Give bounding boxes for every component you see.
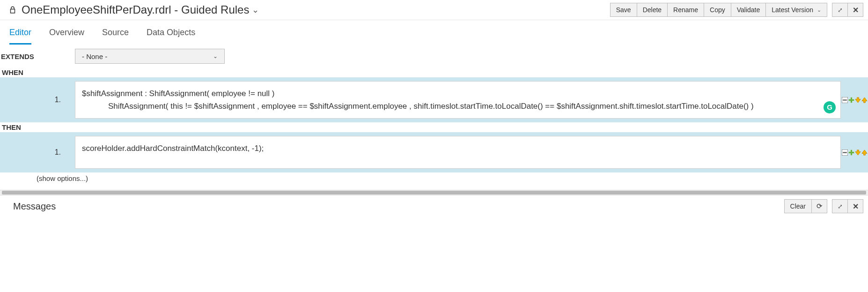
copy-label: Copy <box>710 6 725 14</box>
expand-messages-button[interactable]: ⤢ <box>832 199 848 213</box>
validate-button[interactable]: Validate <box>731 3 766 17</box>
tabs: Editor Overview Source Data Objects <box>0 20 868 45</box>
show-options-link[interactable]: (show options...) <box>0 172 868 189</box>
rename-button[interactable]: Rename <box>667 3 704 17</box>
expand-button[interactable]: ⤢ <box>832 3 848 17</box>
delete-label: Delete <box>643 6 662 14</box>
extends-value: - None - <box>82 52 107 60</box>
extends-row: EXTENDS - None - ⌄ <box>0 45 868 67</box>
chevron-down-icon: ⌄ <box>252 5 259 15</box>
action-line: scoreHolder.addHardConstraintMatch(kcont… <box>82 142 834 155</box>
svg-rect-15 <box>848 152 853 153</box>
scroll-thumb[interactable] <box>2 191 866 195</box>
version-label: Latest Version <box>772 6 813 14</box>
tab-overview[interactable]: Overview <box>49 25 84 45</box>
close-icon: ✕ <box>853 202 859 211</box>
move-down-icon[interactable] <box>855 150 861 156</box>
action-number: 1. <box>0 132 75 172</box>
messages-actions: Clear ⟳ ⤢ ✕ <box>784 199 863 213</box>
tab-label: Source <box>102 28 129 37</box>
when-label: WHEN <box>1 68 23 76</box>
move-up-icon[interactable] <box>861 150 868 156</box>
clear-label: Clear <box>790 202 806 210</box>
expand-icon: ⤢ <box>838 7 843 14</box>
tab-label: Overview <box>49 28 84 37</box>
close-button[interactable]: ✕ <box>847 3 863 17</box>
close-messages-button[interactable]: ✕ <box>847 199 863 213</box>
copy-button[interactable]: Copy <box>704 3 731 17</box>
delete-button[interactable]: Delete <box>637 3 668 17</box>
remove-icon[interactable] <box>842 150 848 156</box>
horizontal-scrollbar[interactable] <box>0 190 868 195</box>
extends-label: EXTENDS <box>0 52 75 60</box>
validate-label: Validate <box>737 6 760 14</box>
title-text: OneEmployeeShiftPerDay.rdrl - Guided Rul… <box>22 3 249 16</box>
rename-label: Rename <box>673 6 698 14</box>
close-icon: ✕ <box>853 6 859 15</box>
tab-editor[interactable]: Editor <box>9 25 31 45</box>
condition-line: $shiftAssignment : ShiftAssignment( empl… <box>82 87 834 100</box>
extends-select[interactable]: - None - ⌄ <box>75 49 225 64</box>
version-dropdown[interactable]: Latest Version ⌄ <box>765 3 827 17</box>
then-action-row: 1. scoreHolder.addHardConstraintMatch(kc… <box>0 132 868 172</box>
save-button[interactable]: Save <box>610 3 637 17</box>
remove-icon[interactable] <box>842 97 848 103</box>
spacer <box>827 199 832 213</box>
then-header: THEN <box>0 122 868 132</box>
condition-number: 1. <box>0 77 75 122</box>
action-content[interactable]: scoreHolder.addHardConstraintMatch(kcont… <box>75 136 841 169</box>
then-label: THEN <box>1 123 21 131</box>
when-condition-row: 1. $shiftAssignment : ShiftAssignment( e… <box>0 77 868 122</box>
show-options-text: (show options...) <box>37 174 88 182</box>
when-header: WHEN <box>0 67 868 77</box>
condition-actions <box>841 77 868 122</box>
refresh-messages-button[interactable]: ⟳ <box>811 199 827 213</box>
chevron-down-icon: ⌄ <box>817 7 821 13</box>
messages-title: Messages <box>13 201 56 212</box>
condition-text: ShiftAssignment( this != $shiftAssignmen… <box>108 102 754 111</box>
svg-rect-5 <box>843 99 847 100</box>
page-title[interactable]: OneEmployeeShiftPerDay.rdrl - Guided Rul… <box>22 3 259 16</box>
expand-icon: ⤢ <box>838 203 843 210</box>
rule-editor: EXTENDS - None - ⌄ WHEN 1. $shiftAssignm… <box>0 45 868 189</box>
move-down-icon[interactable] <box>855 97 861 103</box>
editor-header: OneEmployeeShiftPerDay.rdrl - Guided Rul… <box>0 0 868 20</box>
grammarly-icon[interactable]: G <box>824 101 836 113</box>
lock-icon <box>8 5 17 15</box>
svg-rect-13 <box>843 152 847 153</box>
tab-label: Data Objects <box>147 28 195 37</box>
condition-line: ShiftAssignment( this != $shiftAssignmen… <box>82 100 834 112</box>
save-label: Save <box>616 6 631 14</box>
refresh-icon: ⟳ <box>817 202 823 210</box>
svg-rect-7 <box>848 99 853 101</box>
clear-messages-button[interactable]: Clear <box>784 199 812 213</box>
add-below-icon[interactable] <box>848 97 854 103</box>
chevron-down-icon: ⌄ <box>213 53 218 60</box>
add-below-icon[interactable] <box>848 150 854 156</box>
tab-label: Editor <box>9 28 31 37</box>
messages-panel-header: Messages Clear ⟳ ⤢ ✕ <box>0 195 868 217</box>
tab-data-objects[interactable]: Data Objects <box>147 25 195 45</box>
condition-content[interactable]: $shiftAssignment : ShiftAssignment( empl… <box>75 81 841 119</box>
tab-source[interactable]: Source <box>102 25 129 45</box>
move-up-icon[interactable] <box>861 97 868 103</box>
action-actions <box>841 132 868 172</box>
header-left: OneEmployeeShiftPerDay.rdrl - Guided Rul… <box>8 3 259 16</box>
toolbar: Save Delete Rename Copy Validate Latest … <box>610 3 863 17</box>
